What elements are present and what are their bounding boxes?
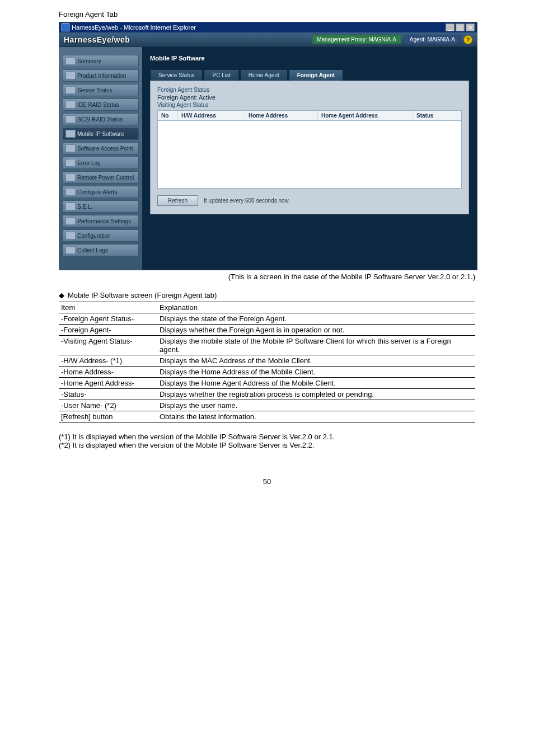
tab-body: Foreign Agent Status Foreign Agent: Acti… <box>150 81 469 214</box>
sidebar-item-label: SCSI RAID Status <box>77 116 123 123</box>
table-row-item: -Home Agent Address- <box>59 378 157 389</box>
table-row-item: -Visiting Agent Status- <box>59 336 157 355</box>
table-row-item: -H/W Address- (*1) <box>59 355 157 367</box>
sidebar-item-sensor[interactable]: Sensor Status <box>63 84 139 96</box>
log-icon <box>65 159 76 167</box>
brand-logo: HarnessEye/web <box>64 35 130 44</box>
col-home-agent-address: Home Agent Address <box>318 111 413 120</box>
tab-pc-list[interactable]: PC List <box>204 69 238 81</box>
sidebar-item-mobile-ip[interactable]: Mobile IP Software <box>63 128 139 140</box>
table-row-exp: Displays the user name. <box>157 400 475 411</box>
tab-foreign-agent[interactable]: Foreign Agent <box>289 69 343 81</box>
sidebar-item-scsi-raid[interactable]: SCSI RAID Status <box>63 113 139 125</box>
sidebar-item-label: Error Log <box>77 160 101 166</box>
sidebar-item-label: Remote Power Control <box>77 175 134 181</box>
table-row-item: -Status- <box>59 389 157 400</box>
sel-icon <box>65 203 76 210</box>
footnote-1: (*1) It is displayed when the version of… <box>59 433 475 441</box>
sidebar: Summary Product Information Sensor Statu… <box>59 47 142 270</box>
explanation-heading: ◆ Mobile IP Software screen (Foreign Age… <box>59 291 475 299</box>
visiting-agent-table: No H/W Address Home Address Home Agent A… <box>157 110 462 189</box>
sidebar-item-soft-ap[interactable]: Software Access Point <box>63 142 139 154</box>
sidebar-item-configuration[interactable]: Configuration <box>63 229 139 242</box>
screenshot-caption: (This is a screen in the case of the Mob… <box>59 273 475 281</box>
config-icon <box>65 232 76 240</box>
sidebar-item-remote-power[interactable]: Remote Power Control <box>63 171 139 184</box>
table-row-exp: Displays the state of the Foreign Agent. <box>157 313 475 325</box>
foreign-agent-status-value: Foreign Agent: Active <box>157 94 462 101</box>
diamond-icon: ◆ <box>59 291 64 299</box>
table-row-exp: Displays the Home Agent Address of the M… <box>157 378 475 389</box>
explanation-table: Item Explanation -Foreign Agent Status- … <box>59 302 475 422</box>
page-number: 50 <box>59 477 475 486</box>
panel-title: Mobile IP Software <box>150 55 469 62</box>
collect-icon <box>65 246 76 254</box>
sidebar-item-error-log[interactable]: Error Log <box>63 157 139 169</box>
sidebar-item-product[interactable]: Product Information <box>63 69 139 82</box>
app-topbar: HarnessEye/web Management Proxy: MAGNIA-… <box>59 32 477 47</box>
section-title: Foreign Agent Tab <box>59 10 475 18</box>
sidebar-item-label: Mobile IP Software <box>77 131 124 137</box>
raid-icon <box>65 101 76 109</box>
table-row-exp: Obtains the latest information. <box>157 411 475 422</box>
tab-service-status[interactable]: Service Status <box>150 69 203 81</box>
ap-icon <box>65 144 76 152</box>
sidebar-item-summary[interactable]: Summary <box>63 55 139 67</box>
table-row-item: -Foreign Agent Status- <box>59 313 157 325</box>
table-row-exp: Displays whether the registration proces… <box>157 389 475 400</box>
perf-icon <box>65 217 76 225</box>
sidebar-item-label: Performance Settings <box>77 218 131 224</box>
help-icon[interactable]: ? <box>463 35 472 44</box>
sidebar-item-label: Configuration <box>77 233 110 239</box>
power-icon <box>65 173 76 181</box>
sidebar-item-label: Product Information <box>77 73 126 79</box>
sensor-icon <box>65 86 76 94</box>
sidebar-item-label: Collect Logs <box>77 247 108 253</box>
sidebar-item-label: Summary <box>77 58 101 64</box>
product-icon <box>65 72 76 79</box>
ie-window: HarnessEye/web - Microsoft Internet Expl… <box>59 22 477 270</box>
table-row-item: -User Name- (*2) <box>59 400 157 411</box>
sidebar-item-collect-logs[interactable]: Collect Logs <box>63 244 139 256</box>
sidebar-item-performance[interactable]: Performance Settings <box>63 215 139 227</box>
window-title: HarnessEye/web - Microsoft Internet Expl… <box>72 24 196 31</box>
foreign-agent-status-caption: Foreign Agent Status <box>157 87 462 93</box>
sidebar-item-label: IDE RAID Status <box>77 102 119 108</box>
mobile-icon <box>65 130 76 138</box>
maximize-button[interactable]: □ <box>456 24 465 31</box>
col-hw-address: H/W Address <box>178 111 245 120</box>
table-row-exp: Displays whether the Foreign Agent is in… <box>157 325 475 336</box>
table-row-item: -Foreign Agent- <box>59 325 157 336</box>
table-row-exp: Displays the mobile state of the Mobile … <box>157 336 475 355</box>
sidebar-item-label: S.E.L. <box>77 204 92 210</box>
col-status: Status <box>413 111 461 120</box>
table-header-item: Item <box>59 302 157 313</box>
sidebar-item-label: Configure Alerts <box>77 189 117 195</box>
tab-strip: Service Status PC List Home Agent Foreig… <box>150 69 469 81</box>
table-row-exp: Displays the MAC Address of the Mobile C… <box>157 355 475 367</box>
minimize-button[interactable]: _ <box>446 24 455 31</box>
update-interval-text: It updates every 600 seconds now. <box>204 198 290 204</box>
info-icon <box>65 57 76 65</box>
visiting-agent-status-caption: Visiting Agent Status <box>157 102 462 108</box>
agent-chip: Agent: MAGNIA-A <box>405 35 460 44</box>
footnote-2: (*2) It is displayed when the version of… <box>59 441 475 449</box>
col-home-address: Home Address <box>245 111 318 120</box>
sidebar-item-sel[interactable]: S.E.L. <box>63 200 139 213</box>
close-button[interactable]: ✕ <box>466 24 475 31</box>
table-row-item: -Home Address- <box>59 367 157 378</box>
explanation-heading-text: Mobile IP Software screen (Foreign Agent… <box>68 291 217 299</box>
tab-home-agent[interactable]: Home Agent <box>240 69 288 81</box>
sidebar-item-configure-alerts[interactable]: Configure Alerts <box>63 186 139 198</box>
raid-icon <box>65 115 76 123</box>
refresh-button[interactable]: Refresh <box>157 195 198 206</box>
ie-icon <box>62 24 69 31</box>
table-row-exp: Displays the Home Address of the Mobile … <box>157 367 475 378</box>
table-header-explanation: Explanation <box>157 302 475 313</box>
sidebar-item-label: Sensor Status <box>77 87 113 93</box>
col-no: No <box>158 111 178 120</box>
sidebar-item-label: Software Access Point <box>77 145 133 152</box>
proxy-chip: Management Proxy: MAGNIA-A <box>312 35 401 44</box>
sidebar-item-ide-raid[interactable]: IDE RAID Status <box>63 98 139 111</box>
table-row-item: [Refresh] button <box>59 411 157 422</box>
